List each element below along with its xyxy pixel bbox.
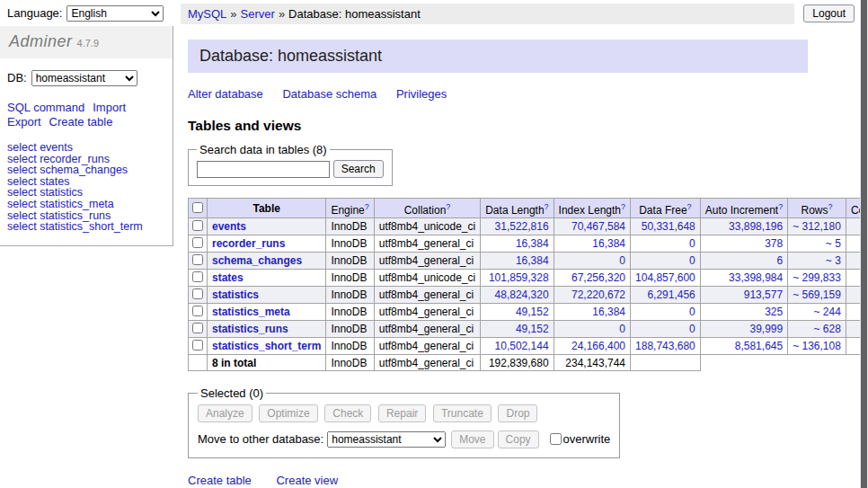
table-name-link[interactable]: statistics_meta xyxy=(212,306,290,318)
copy-button[interactable]: Copy xyxy=(498,430,539,448)
data-length-link[interactable]: 48,824,320 xyxy=(495,288,549,301)
auto-increment-link[interactable]: 8,581,645 xyxy=(735,340,783,352)
rows-count-link[interactable]: ~ 136,108 xyxy=(793,340,841,352)
alter-database-link[interactable]: Alter database xyxy=(188,87,263,101)
rows-count-cell: ~ 628 xyxy=(788,321,846,338)
drop-button[interactable]: Drop xyxy=(498,404,537,422)
data-length-link[interactable]: 10,502,144 xyxy=(495,340,549,352)
import-link[interactable]: Import xyxy=(93,101,126,114)
truncate-button[interactable]: Truncate xyxy=(433,404,492,422)
data-length-link[interactable]: 49,152 xyxy=(516,323,549,335)
data-free-link[interactable]: 0 xyxy=(689,306,695,318)
scrollbar-thumb[interactable] xyxy=(861,0,867,488)
index-length-help-link[interactable]: ? xyxy=(621,202,625,211)
data-length-help-link[interactable]: ? xyxy=(545,202,549,211)
logout-button[interactable]: Logout xyxy=(803,4,855,22)
table-name-link[interactable]: statistics_runs xyxy=(212,323,288,335)
row-checkbox[interactable] xyxy=(192,220,203,231)
data-free-link[interactable]: 0 xyxy=(689,237,695,250)
rows-count-link[interactable]: ~ 628 xyxy=(814,323,841,335)
repair-button[interactable]: Repair xyxy=(378,404,426,422)
check-button[interactable]: Check xyxy=(324,404,371,422)
sidebar-table-link-statistics-short-term[interactable]: select statistics_short_term xyxy=(7,221,165,233)
select-all-checkbox[interactable] xyxy=(192,202,203,213)
move-database-select[interactable]: homeassistant xyxy=(327,431,446,448)
row-checkbox[interactable] xyxy=(192,254,203,265)
row-checkbox[interactable] xyxy=(192,237,203,248)
table-name-link[interactable]: events xyxy=(212,220,246,233)
data-length-link[interactable]: 31,522,816 xyxy=(495,220,549,233)
table-name-link[interactable]: states xyxy=(212,271,244,284)
index-length-link[interactable]: 16,384 xyxy=(592,237,625,250)
data-free-help-link[interactable]: ? xyxy=(687,202,692,211)
data-free-link[interactable]: 6,291,456 xyxy=(647,288,695,301)
rows-count-link[interactable]: ~ 299,833 xyxy=(793,271,841,284)
index-length-link[interactable]: 16,384 xyxy=(592,306,625,318)
db-select[interactable]: homeassistant xyxy=(31,70,137,86)
table-name-link[interactable]: statistics xyxy=(212,288,259,301)
index-length-link[interactable]: 72,220,672 xyxy=(571,288,625,301)
rows-count-link[interactable]: ~ 5 xyxy=(826,237,841,250)
auto-increment-link[interactable]: 33,898,196 xyxy=(729,220,783,233)
auto-increment-help-link[interactable]: ? xyxy=(778,202,783,211)
sidebar-table-link-statistics-meta[interactable]: select statistics_meta xyxy=(7,199,165,210)
table-name-link[interactable]: statistics_short_term xyxy=(212,340,321,352)
database-schema-link[interactable]: Database schema xyxy=(282,87,376,101)
data-free-link[interactable]: 188,743,680 xyxy=(635,340,695,352)
engine-help-link[interactable]: ? xyxy=(365,202,369,211)
engine-cell: InnoDB xyxy=(326,338,374,355)
search-button[interactable]: Search xyxy=(333,160,384,178)
auto-increment-link[interactable]: 39,999 xyxy=(749,323,783,335)
auto-increment-link[interactable]: 325 xyxy=(765,306,783,318)
row-checkbox[interactable] xyxy=(192,271,203,282)
data-length-link[interactable]: 49,152 xyxy=(516,306,549,318)
index-length-link[interactable]: 0 xyxy=(619,323,625,335)
row-checkbox[interactable] xyxy=(192,323,203,333)
rows-help-link[interactable]: ? xyxy=(828,202,833,211)
data-free-link[interactable]: 104,857,600 xyxy=(635,271,695,284)
row-checkbox[interactable] xyxy=(192,288,203,299)
privileges-link[interactable]: Privileges xyxy=(396,87,447,101)
move-button[interactable]: Move xyxy=(451,430,493,448)
data-length-link[interactable]: 16,384 xyxy=(516,254,549,267)
rows-count-link[interactable]: ~ 569,159 xyxy=(793,288,841,301)
data-free-link[interactable]: 0 xyxy=(689,323,695,335)
auto-increment-link[interactable]: 6 xyxy=(776,254,783,267)
row-checkbox[interactable] xyxy=(192,340,203,350)
rows-count-link[interactable]: ~ 312,180 xyxy=(793,220,841,233)
collation-help-link[interactable]: ? xyxy=(446,202,450,211)
create-table-link-side[interactable]: Create table xyxy=(49,115,113,129)
index-length-link[interactable]: 70,467,584 xyxy=(571,220,625,233)
index-length-link[interactable]: 67,256,320 xyxy=(571,271,625,284)
table-name-link[interactable]: schema_changes xyxy=(212,254,302,267)
row-checkbox[interactable] xyxy=(192,306,203,316)
create-table-link[interactable]: Create table xyxy=(188,474,252,487)
sidebar-table-link-schema-changes[interactable]: select schema_changes xyxy=(7,164,165,176)
sidebar-table-link-events[interactable]: select events xyxy=(7,142,165,154)
table-name-link[interactable]: recorder_runs xyxy=(212,237,285,250)
data-free-link[interactable]: 50,331,648 xyxy=(642,220,695,233)
language-select[interactable]: English xyxy=(66,5,164,22)
db-select-row: DB:homeassistant xyxy=(0,58,173,90)
overwrite-checkbox[interactable] xyxy=(550,433,562,445)
rows-count-link[interactable]: ~ 3 xyxy=(826,254,841,267)
sql-command-link[interactable]: SQL command xyxy=(7,101,84,114)
breadcrumb-server-link[interactable]: Server xyxy=(241,7,275,21)
auto-increment-link[interactable]: 378 xyxy=(765,237,783,250)
total-engine: InnoDB xyxy=(326,355,374,371)
auto-increment-link[interactable]: 913,577 xyxy=(744,288,783,301)
auto-increment-link[interactable]: 33,398,984 xyxy=(729,271,783,284)
optimize-button[interactable]: Optimize xyxy=(259,404,317,422)
rows-count-link[interactable]: ~ 244 xyxy=(814,306,841,318)
data-length-link[interactable]: 101,859,328 xyxy=(489,271,549,284)
analyze-button[interactable]: Analyze xyxy=(198,404,252,422)
data-length-link[interactable]: 16,384 xyxy=(516,237,549,250)
vertical-scrollbar[interactable] xyxy=(860,0,868,488)
index-length-link[interactable]: 0 xyxy=(619,254,625,267)
create-view-link[interactable]: Create view xyxy=(276,474,338,487)
index-length-link[interactable]: 24,166,400 xyxy=(571,340,625,352)
search-input[interactable] xyxy=(197,161,330,178)
breadcrumb-mysql-link[interactable]: MySQL xyxy=(188,7,226,21)
export-link[interactable]: Export xyxy=(7,115,41,129)
data-free-link[interactable]: 0 xyxy=(689,254,695,267)
